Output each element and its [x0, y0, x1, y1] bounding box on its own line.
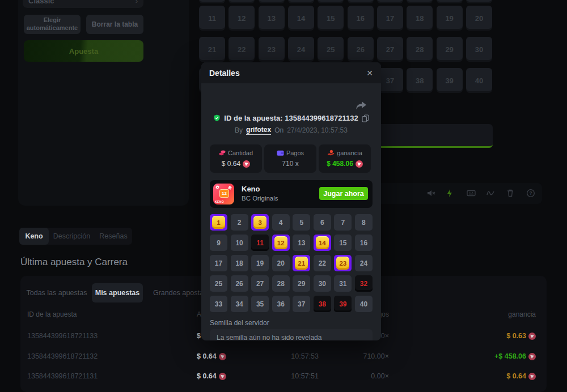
- tab-descripcion[interactable]: Descripción: [49, 228, 95, 245]
- board-tile-8[interactable]: 8: [407, 0, 433, 3]
- keno-result-cell-20: 20: [272, 255, 290, 271]
- board-tile-25[interactable]: 25: [318, 37, 344, 62]
- close-icon[interactable]: ✕: [366, 69, 373, 78]
- tab-all-bets[interactable]: Todas las apuestas: [25, 283, 88, 302]
- play-now-button[interactable]: Jugar ahora: [319, 187, 368, 200]
- board-tile-29[interactable]: 29: [437, 37, 463, 62]
- game-card[interactable]: 12 KENO Keno BC Originals Jugar ahora: [210, 180, 373, 208]
- trash-icon[interactable]: [506, 189, 515, 198]
- svg-text:?: ?: [529, 190, 532, 196]
- keno-result-cell-1: 1: [210, 214, 227, 231]
- board-tile-11[interactable]: 11: [199, 6, 225, 31]
- keno-result-cell-24: 24: [355, 255, 373, 271]
- hand-coin-icon: [327, 150, 335, 156]
- bet-datetime: 27/4/2023, 10:57:53: [287, 126, 348, 134]
- board-tile-6[interactable]: 6: [348, 0, 374, 3]
- stat-amount-value: $ 0.64: [222, 160, 240, 168]
- wallet-icon: [277, 150, 284, 156]
- keno-result-cell-36: 36: [272, 296, 290, 312]
- board-tile-23[interactable]: 23: [259, 37, 285, 62]
- board-tile-15[interactable]: 15: [318, 6, 344, 31]
- board-tile-26[interactable]: 26: [348, 37, 374, 62]
- coins-icon: [219, 150, 226, 156]
- keno-result-cell-28: 28: [272, 275, 290, 292]
- bet-payout-cell: 710.00×: [327, 352, 389, 361]
- board-tile-4[interactable]: 4: [288, 0, 314, 3]
- board-tile-1[interactable]: 1: [199, 0, 225, 3]
- keno-result-cell-16: 16: [355, 235, 373, 251]
- bet-id-text: ID de la apuesta: 135844399618721132: [224, 114, 358, 122]
- result-grid: 1234567891011121314151617181920212223242…: [210, 214, 373, 312]
- board-tile-19[interactable]: 19: [437, 6, 463, 31]
- game-name: Keno: [242, 185, 260, 193]
- stat-profit-value: $ 458.06: [327, 160, 353, 168]
- trx-coin-icon: [219, 373, 226, 380]
- keno-result-cell-21: 21: [293, 255, 310, 271]
- bet-payout-cell: 0.00×: [327, 372, 389, 381]
- username-link[interactable]: grifotex: [246, 126, 271, 135]
- keno-tile-brand: KENO: [215, 200, 224, 203]
- board-tile-5[interactable]: 5: [318, 0, 344, 3]
- board-tile-40[interactable]: 40: [466, 68, 492, 93]
- board-tile-20[interactable]: 20: [466, 6, 492, 31]
- keno-result-cell-3: 3: [251, 214, 269, 231]
- tab-my-bets[interactable]: Mis apuestas: [92, 283, 143, 302]
- keno-result-cell-10: 10: [231, 235, 248, 251]
- board-tile-14[interactable]: 14: [288, 6, 314, 31]
- board-tile-18[interactable]: 18: [407, 6, 433, 31]
- copy-icon[interactable]: [362, 114, 369, 122]
- board-tile-24[interactable]: 24: [288, 37, 314, 62]
- board-tile-27[interactable]: 27: [377, 37, 403, 62]
- board-tile-13[interactable]: 13: [259, 6, 285, 31]
- keno-result-cell-19: 19: [251, 255, 269, 271]
- keno-result-cell-5: 5: [293, 214, 310, 231]
- board-tile-7[interactable]: 7: [377, 0, 403, 3]
- keno-result-cell-27: 27: [251, 275, 269, 292]
- bet-id-cell: 135844399618721131: [27, 372, 98, 381]
- board-tile-9[interactable]: 9: [437, 0, 463, 3]
- board-tile-3[interactable]: 3: [259, 0, 285, 3]
- trx-coin-icon: [243, 160, 250, 168]
- tab-keno[interactable]: Keno: [19, 228, 49, 245]
- board-tile-28[interactable]: 28: [407, 37, 433, 62]
- keno-result-cell-33: 33: [210, 296, 227, 312]
- tab-resenas[interactable]: Reseñas: [95, 228, 132, 245]
- game-provider: BC Originals: [242, 195, 278, 202]
- bet-meta-row: By grifotex On 27/4/2023, 10:57:53: [201, 126, 381, 135]
- bet-id-cell: 135844399618721132: [27, 352, 98, 361]
- table-row[interactable]: 135844399618721132$ 0.6410:57:53710.00×+…: [20, 352, 547, 361]
- board-tile-22[interactable]: 22: [229, 37, 255, 62]
- board-tile-12[interactable]: 12: [229, 6, 255, 31]
- stat-payout-value: 710 x: [282, 160, 298, 168]
- bolt-icon[interactable]: [446, 189, 455, 198]
- table-row[interactable]: 135844399618721131$ 0.6410:57:510.00×$ 0…: [20, 372, 547, 381]
- server-seed-field[interactable]: La semilla aún no ha sido revelada: [210, 329, 373, 340]
- modal-header: Detalles ✕: [201, 62, 381, 83]
- details-modal: Detalles ✕ ID de la apuesta: 13584439961…: [201, 62, 381, 340]
- board-tile-2[interactable]: 2: [229, 0, 255, 3]
- stat-amount-label: Cantidad: [228, 150, 253, 156]
- board-tile-39[interactable]: 39: [437, 68, 463, 93]
- board-tile-30[interactable]: 30: [466, 37, 492, 62]
- board-tile-38[interactable]: 38: [407, 68, 433, 93]
- speaker-muted-icon[interactable]: [426, 189, 435, 198]
- keno-result-cell-14: 14: [314, 235, 331, 251]
- live-stats-icon[interactable]: [486, 189, 495, 198]
- trx-coin-icon: [219, 353, 226, 360]
- bet-profit-cell: $ 0.64: [506, 372, 536, 381]
- board-tile-17[interactable]: 17: [377, 6, 403, 31]
- share-icon[interactable]: [356, 101, 367, 111]
- board-tile-21[interactable]: 21: [199, 37, 225, 62]
- board-tile-10[interactable]: 10: [466, 0, 492, 3]
- stat-profit: ganancia $ 458.06: [319, 144, 371, 173]
- keno-result-cell-22: 22: [314, 255, 331, 271]
- board-tile-16[interactable]: 16: [348, 6, 374, 31]
- keno-result-cell-13: 13: [293, 235, 310, 251]
- keno-tile-number: 12: [219, 189, 229, 198]
- bet-id-cell: 135844399618721133: [27, 331, 98, 340]
- trx-coin-icon: [528, 333, 536, 340]
- keno-result-cell-29: 29: [293, 275, 310, 292]
- keno-result-cell-7: 7: [334, 214, 352, 231]
- keyboard-icon[interactable]: [467, 189, 476, 198]
- help-icon[interactable]: ?: [526, 189, 535, 198]
